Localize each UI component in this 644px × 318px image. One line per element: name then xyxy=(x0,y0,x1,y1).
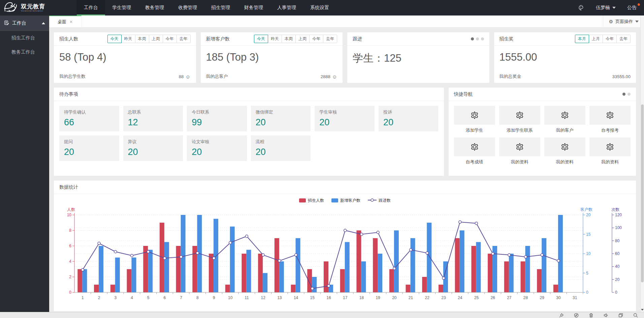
quick-nav-tile[interactable]: 我的资料 xyxy=(544,137,585,165)
stat-card-header: 招生人数今天昨天本周上周今年去年 xyxy=(54,32,196,46)
svg-text:22: 22 xyxy=(425,295,430,300)
time-filter-button[interactable]: 昨天 xyxy=(121,35,135,43)
carousel-dot[interactable] xyxy=(627,93,631,96)
close-icon[interactable]: ✕ xyxy=(69,20,73,24)
compass-icon[interactable] xyxy=(574,313,579,318)
sidebar-group-label: 工作台 xyxy=(12,20,26,26)
svg-text:17: 17 xyxy=(343,295,348,300)
legend-item[interactable]: 跟进数 xyxy=(368,198,391,203)
todo-tile[interactable]: 投诉20 xyxy=(379,106,439,131)
quick-nav-tile[interactable]: 添加学生 xyxy=(454,106,495,133)
svg-text:20: 20 xyxy=(392,295,397,300)
carousel-dot[interactable] xyxy=(471,37,474,40)
nav-item[interactable]: 人事管理 xyxy=(270,0,303,15)
svg-text:31: 31 xyxy=(573,295,577,300)
time-filter-button[interactable]: 本周 xyxy=(282,35,296,43)
quick-nav-tile[interactable]: 添加学生联系 xyxy=(499,106,540,133)
gear-icon xyxy=(589,137,631,156)
gear-icon xyxy=(499,106,540,125)
nav-item[interactable]: 工作台 xyxy=(77,0,105,15)
svg-text:40: 40 xyxy=(615,264,620,269)
svg-text:19: 19 xyxy=(376,295,380,300)
todo-tile-value: 20 xyxy=(128,147,179,157)
todo-tile-label: 投诉 xyxy=(383,109,434,115)
time-filter-button[interactable]: 上周 xyxy=(295,35,310,43)
todo-tile[interactable]: 总联系12 xyxy=(123,106,183,131)
sidebar-group-workbench[interactable]: 工作台 xyxy=(0,15,49,31)
svg-text:28: 28 xyxy=(523,295,528,300)
time-filter-button[interactable]: 昨天 xyxy=(268,35,282,43)
theme-icon[interactable] xyxy=(578,5,584,11)
window-icon[interactable] xyxy=(618,313,623,318)
nav-item[interactable]: 学生管理 xyxy=(105,0,138,15)
scrollbar-down-button[interactable] xyxy=(641,307,644,312)
time-filter-button[interactable]: 去年 xyxy=(616,35,631,43)
search-icon[interactable] xyxy=(633,313,638,318)
time-filter-button[interactable]: 今天 xyxy=(107,35,122,43)
tab-bar: 桌面✕ ⚙ 页面操作 xyxy=(49,15,644,28)
announcement-link[interactable]: 公告 xyxy=(627,5,637,11)
svg-text:13: 13 xyxy=(277,295,282,300)
legend-swatch xyxy=(299,198,306,202)
legend-item[interactable]: 新增客户数 xyxy=(331,198,360,203)
trash-icon[interactable] xyxy=(589,313,593,318)
todo-tile[interactable]: 提问20 xyxy=(59,135,119,161)
time-filter-button[interactable]: 今年 xyxy=(309,35,323,43)
gear-icon xyxy=(589,106,631,125)
todo-tile-value: 20 xyxy=(256,147,306,157)
pin-icon[interactable] xyxy=(559,313,564,318)
nav-item[interactable]: 教务管理 xyxy=(138,0,171,15)
brand[interactable]: 双元教育 Vocational Education xyxy=(0,0,77,15)
time-filter-button[interactable]: 今天 xyxy=(254,35,268,43)
time-filter-button[interactable]: 上月 xyxy=(589,35,603,43)
todo-tile[interactable]: 微信绑定20 xyxy=(251,106,311,131)
svg-text:9: 9 xyxy=(213,295,215,300)
todo-tile-value: 20 xyxy=(64,147,115,157)
carousel-dot[interactable] xyxy=(622,93,625,96)
nav-item[interactable]: 收费管理 xyxy=(171,0,204,15)
time-filter-button[interactable]: 本周 xyxy=(135,35,149,43)
todo-tile-label: 总联系 xyxy=(128,109,179,115)
svg-text:10: 10 xyxy=(67,213,72,217)
todo-tile[interactable]: 异议20 xyxy=(123,135,183,161)
carousel-dot[interactable] xyxy=(476,37,479,40)
sidebar-item[interactable]: 招生工作台 xyxy=(0,31,49,45)
todo-tile[interactable]: 待学生确认66 xyxy=(59,106,119,131)
time-filter-button[interactable]: 今年 xyxy=(163,35,177,43)
todo-tile[interactable]: 学生审核20 xyxy=(315,106,375,131)
speaker-icon[interactable] xyxy=(604,313,608,318)
todo-tile[interactable]: 今日联系99 xyxy=(187,106,247,131)
vertical-scrollbar[interactable] xyxy=(640,15,644,312)
todo-tile[interactable]: 流程20 xyxy=(251,135,311,161)
time-filter-button[interactable]: 今年 xyxy=(603,35,617,43)
todo-tile[interactable]: 论文审核20 xyxy=(187,135,247,161)
nav-item[interactable]: 招生管理 xyxy=(204,0,237,15)
time-filter-button[interactable]: 本月 xyxy=(575,35,589,43)
carousel-dot[interactable] xyxy=(481,37,484,40)
svg-text:27: 27 xyxy=(507,295,512,300)
chart-canvas[interactable]: 0246810人数05101520客户数020406080100120次数123… xyxy=(54,205,636,305)
svg-text:29: 29 xyxy=(540,295,545,300)
sidebar-item[interactable]: 教务工作台 xyxy=(0,45,49,59)
time-filter-button[interactable]: 去年 xyxy=(176,35,191,43)
quick-nav-tile[interactable]: 我的资料 xyxy=(589,137,631,165)
svg-text:12: 12 xyxy=(261,295,265,300)
svg-text:14: 14 xyxy=(294,295,298,300)
time-filter-button[interactable]: 上周 xyxy=(149,35,163,43)
quick-nav-tile[interactable]: 我的资料 xyxy=(499,137,540,165)
page-actions-button[interactable]: ⚙ 页面操作 xyxy=(603,15,644,27)
gear-icon xyxy=(454,137,495,156)
todo-tile-label: 提问 xyxy=(64,139,115,145)
quick-nav-tile[interactable]: 自考报考 xyxy=(589,106,631,133)
tab-desktop[interactable]: 桌面✕ xyxy=(49,15,82,27)
quick-nav-tile[interactable]: 自考成绩 xyxy=(454,137,495,165)
time-filter-button[interactable]: 去年 xyxy=(323,35,337,43)
quick-nav-label: 我的资料 xyxy=(544,159,585,165)
scrollbar-thumb[interactable] xyxy=(641,104,644,282)
user-menu[interactable]: 伍梦楠 xyxy=(596,5,616,11)
nav-item[interactable]: 系统设置 xyxy=(303,0,336,15)
svg-text:8: 8 xyxy=(196,295,199,300)
nav-item[interactable]: 财务管理 xyxy=(237,0,270,15)
legend-item[interactable]: 招生人数 xyxy=(299,198,324,203)
quick-nav-tile[interactable]: 我的客户 xyxy=(544,106,585,133)
